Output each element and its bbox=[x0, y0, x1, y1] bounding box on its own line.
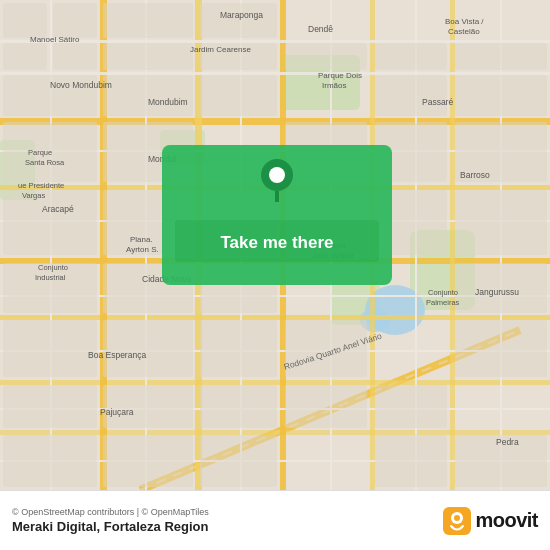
map-container: Maraponga Manoel Sátiro Jardim Cearense … bbox=[0, 0, 550, 490]
svg-text:Industrial: Industrial bbox=[35, 273, 66, 282]
svg-rect-67 bbox=[103, 320, 193, 377]
svg-text:Castelão: Castelão bbox=[448, 27, 480, 36]
svg-point-121 bbox=[454, 515, 460, 521]
svg-rect-41 bbox=[103, 43, 193, 70]
svg-rect-37 bbox=[103, 3, 193, 38]
svg-text:Pedra: Pedra bbox=[496, 437, 519, 447]
bottom-info: © OpenStreetMap contributors | © OpenMap… bbox=[12, 507, 209, 534]
svg-text:Boa Esperança: Boa Esperança bbox=[88, 350, 146, 360]
svg-rect-56 bbox=[3, 190, 97, 255]
svg-rect-39 bbox=[3, 43, 47, 70]
svg-text:Vargas: Vargas bbox=[22, 191, 45, 200]
svg-text:Jangurussu: Jangurussu bbox=[475, 287, 519, 297]
svg-text:Manoel Sátiro: Manoel Sátiro bbox=[30, 35, 80, 44]
svg-rect-50 bbox=[455, 75, 547, 116]
svg-text:Conjunto: Conjunto bbox=[38, 263, 68, 272]
svg-rect-79 bbox=[375, 435, 447, 487]
svg-rect-38 bbox=[200, 3, 277, 38]
svg-text:Barroso: Barroso bbox=[460, 170, 490, 180]
svg-rect-68 bbox=[200, 320, 277, 377]
moovit-text: moovit bbox=[475, 509, 538, 532]
svg-rect-15 bbox=[0, 430, 550, 435]
svg-text:Santa Rosa: Santa Rosa bbox=[25, 158, 65, 167]
svg-rect-35 bbox=[3, 3, 47, 38]
svg-text:Pajuçara: Pajuçara bbox=[100, 407, 134, 417]
attribution-text: © OpenStreetMap contributors | © OpenMap… bbox=[12, 507, 209, 517]
svg-text:Aracapé: Aracapé bbox=[42, 204, 74, 214]
svg-rect-70 bbox=[455, 320, 547, 377]
svg-text:Parque Dois: Parque Dois bbox=[318, 71, 362, 80]
svg-text:Novo Mondubim: Novo Mondubim bbox=[50, 80, 112, 90]
svg-rect-75 bbox=[375, 385, 447, 428]
svg-text:Dendê: Dendê bbox=[308, 24, 333, 34]
svg-rect-44 bbox=[375, 43, 447, 70]
bottom-bar: © OpenStreetMap contributors | © OpenMap… bbox=[0, 490, 550, 550]
svg-text:Ayrton S.: Ayrton S. bbox=[126, 245, 159, 254]
svg-rect-61 bbox=[455, 190, 547, 255]
svg-rect-43 bbox=[285, 43, 367, 70]
location-name: Meraki Digital, Fortaleza Region bbox=[12, 519, 209, 534]
svg-point-115 bbox=[269, 167, 285, 183]
svg-rect-21 bbox=[0, 40, 550, 43]
svg-text:Plana.: Plana. bbox=[130, 235, 153, 244]
svg-rect-78 bbox=[200, 435, 277, 487]
moovit-icon bbox=[443, 507, 471, 535]
svg-rect-47 bbox=[103, 75, 193, 116]
svg-text:Conjunto: Conjunto bbox=[428, 288, 458, 297]
svg-text:Passaré: Passaré bbox=[422, 97, 453, 107]
svg-text:ue Presidente: ue Presidente bbox=[18, 181, 64, 190]
svg-text:Boa Vista /: Boa Vista / bbox=[445, 17, 484, 26]
svg-rect-76 bbox=[3, 435, 97, 487]
svg-text:Take me there: Take me there bbox=[220, 233, 333, 252]
svg-rect-40 bbox=[53, 43, 97, 70]
svg-text:Parque: Parque bbox=[28, 148, 52, 157]
svg-rect-45 bbox=[455, 43, 547, 70]
svg-text:Jardim Cearense: Jardim Cearense bbox=[190, 45, 251, 54]
svg-text:Mondubim: Mondubim bbox=[148, 97, 188, 107]
svg-rect-49 bbox=[375, 75, 447, 116]
svg-rect-73 bbox=[200, 385, 277, 428]
svg-rect-66 bbox=[3, 320, 97, 377]
moovit-logo: moovit bbox=[443, 507, 538, 535]
svg-rect-22 bbox=[0, 72, 550, 75]
svg-text:Maraponga: Maraponga bbox=[220, 10, 263, 20]
svg-rect-77 bbox=[103, 435, 193, 487]
svg-rect-36 bbox=[53, 3, 97, 38]
svg-rect-14 bbox=[0, 380, 550, 385]
svg-text:Palmeiras: Palmeiras bbox=[426, 298, 460, 307]
svg-rect-13 bbox=[0, 315, 550, 320]
svg-text:Irmãos: Irmãos bbox=[322, 81, 346, 90]
svg-rect-71 bbox=[3, 385, 97, 428]
svg-rect-74 bbox=[285, 385, 367, 428]
svg-rect-48 bbox=[200, 75, 277, 116]
